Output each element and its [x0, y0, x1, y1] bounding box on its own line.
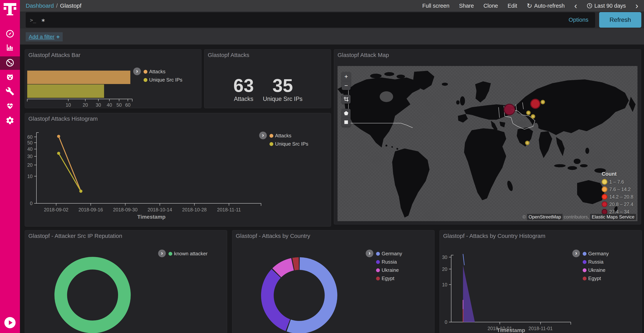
elastic-maps-service-link[interactable]: Elastic Maps Service — [590, 214, 636, 220]
map-draw-controls — [342, 109, 350, 127]
map-count-legend: Count 1 – 7.67.6 – 14.214.2 – 20.820.8 –… — [602, 171, 633, 216]
map-legend-range-label: 20.8 – 27.4 — [609, 202, 633, 207]
legend-item-egypt[interactable]: Egypt — [376, 275, 402, 281]
heartbeat-icon — [6, 101, 14, 111]
legend-label: Egypt — [382, 275, 394, 281]
map-legend-range-label: 1 – 7.6 — [609, 179, 624, 185]
breadcrumb: Dashboard / Glastopf — [26, 3, 82, 9]
legend-color-dot — [583, 252, 586, 256]
legend-label: Russia — [382, 259, 397, 265]
full-screen-button[interactable]: Full screen — [422, 3, 450, 9]
legend-label: known attacker — [174, 251, 208, 257]
world-map[interactable]: + − Count 1 – 7.67.6 – 14.214.2 – 20.820… — [338, 66, 638, 221]
legend-label: Unique Src IPs — [149, 77, 182, 83]
svg-text:10: 10 — [442, 282, 447, 287]
svg-text:Timestamp: Timestamp — [137, 214, 166, 220]
sidebar-item-visualize[interactable] — [0, 41, 20, 55]
sidebar-item-dashboard[interactable] — [0, 56, 20, 70]
share-button[interactable]: Share — [459, 3, 474, 9]
legend-expand-chevron-icon[interactable]: › — [133, 68, 141, 75]
legend-color-dot — [583, 268, 586, 272]
legend-expand-chevron-icon[interactable]: › — [572, 249, 580, 257]
map-legend-range-label: 14.2 – 20.8 — [609, 194, 633, 200]
reputation-donut-chart[interactable] — [25, 230, 227, 333]
metric-label: Attacks — [234, 96, 254, 102]
sidebar-item-dev-tools[interactable] — [0, 85, 20, 98]
refresh-button[interactable]: Refresh — [599, 12, 641, 28]
map-legend-dot — [602, 194, 608, 200]
crop-icon[interactable] — [342, 95, 350, 104]
sidebar-item-management[interactable] — [0, 114, 20, 128]
openstreetmap-link[interactable]: OpenStreetMap — [527, 214, 562, 220]
legend-color-dot — [168, 252, 172, 256]
zoom-out-button[interactable]: − — [342, 81, 350, 90]
auto-refresh-button[interactable]: ↻ Auto-refresh — [527, 2, 565, 10]
legend-item-attacks[interactable]: Attacks — [270, 133, 308, 139]
edit-button[interactable]: Edit — [508, 3, 517, 9]
attacks-line-chart[interactable]: 01020304050602018-09-022018-09-162018-09… — [25, 113, 331, 226]
svg-text:2018-10-14: 2018-10-14 — [148, 207, 172, 212]
panel-attacks-bar: Glastopf Attacks Bar 102030405060 ›Attac… — [25, 49, 202, 108]
legend-item-unique-src-ips[interactable]: Unique Src IPs — [270, 141, 308, 147]
play-circle-icon — [4, 326, 16, 329]
legend-color-dot — [376, 277, 380, 280]
legend-item-attacks[interactable]: Attacks — [144, 69, 182, 75]
legend-item-russia[interactable]: Russia — [583, 259, 609, 265]
panel-attacks-by-country: Glastopf - Attacks by Country ›GermanyRu… — [232, 230, 434, 333]
legend-item-germany[interactable]: Germany — [583, 251, 609, 257]
svg-text:2018-11-11: 2018-11-11 — [217, 207, 241, 212]
clock-icon — [587, 3, 592, 9]
copyright-symbol: © — [522, 214, 526, 220]
rectangle-icon[interactable] — [342, 118, 350, 127]
svg-text:10: 10 — [66, 102, 71, 108]
svg-text:0: 0 — [30, 201, 32, 206]
country-donut-chart[interactable] — [232, 230, 434, 333]
legend-item-germany[interactable]: Germany — [376, 251, 402, 257]
sidebar-item-timelion[interactable] — [0, 71, 20, 84]
map-legend-title: Count — [602, 171, 633, 177]
legend-expand-chevron-icon[interactable]: › — [366, 249, 373, 257]
svg-text:40: 40 — [27, 146, 32, 152]
panel-title: Glastopf Attack Map — [338, 52, 389, 58]
legend-color-dot — [270, 134, 273, 138]
sidebar-item-monitoring[interactable] — [0, 99, 20, 113]
breadcrumb-dashboard-link[interactable]: Dashboard — [26, 3, 54, 9]
add-filter-button[interactable]: Add a filter + — [26, 32, 63, 42]
svg-text:40: 40 — [107, 102, 112, 108]
legend-expand-chevron-icon[interactable]: › — [259, 132, 267, 139]
legend-item-ukraine[interactable]: Ukraine — [583, 267, 609, 273]
breadcrumb-separator: / — [56, 3, 58, 9]
polygon-icon[interactable] — [342, 109, 350, 118]
svg-text:0: 0 — [445, 319, 447, 325]
wrench-icon — [6, 87, 14, 97]
clone-button[interactable]: Clone — [484, 3, 498, 9]
zoom-in-button[interactable]: + — [342, 72, 350, 81]
time-range-picker[interactable]: Last 90 days — [587, 3, 626, 9]
legend-item-egypt[interactable]: Egypt — [583, 275, 609, 281]
legend-color-dot — [376, 252, 380, 256]
country-area-chart[interactable]: 01020302018-10-012018-11-01Timestamp — [440, 230, 642, 333]
legend-color-dot — [144, 78, 148, 82]
legend-label: Egypt — [588, 275, 601, 281]
legend-item-known-attacker[interactable]: known attacker — [168, 251, 208, 257]
time-back-button[interactable]: ‹ — [574, 3, 577, 9]
telekom-t-logo — [4, 3, 16, 17]
sidebar-item-discover[interactable] — [0, 28, 20, 41]
legend-label: Ukraine — [382, 267, 399, 273]
sidebar-expand-button[interactable] — [4, 316, 16, 329]
legend-label: Ukraine — [588, 267, 606, 273]
metric-unique-src-ips: 35Unique Src IPs — [263, 76, 303, 102]
legend-item-russia[interactable]: Russia — [376, 259, 402, 265]
time-forward-button[interactable]: › — [636, 3, 638, 9]
map-legend-dot — [602, 179, 608, 185]
query-options-link[interactable]: Options — [569, 17, 588, 23]
svg-text:60: 60 — [27, 134, 32, 140]
map-legend-range: 7.6 – 14.2 — [602, 186, 633, 192]
search-input[interactable]: >_ * — [26, 12, 595, 28]
legend-expand-chevron-icon[interactable]: › — [158, 249, 166, 257]
metric-value: 63 — [234, 76, 254, 95]
legend-item-ukraine[interactable]: Ukraine — [376, 267, 402, 273]
legend-item-unique-src-ips[interactable]: Unique Src IPs — [144, 77, 182, 83]
gear-icon — [6, 116, 14, 126]
metric-value: 35 — [263, 76, 303, 95]
